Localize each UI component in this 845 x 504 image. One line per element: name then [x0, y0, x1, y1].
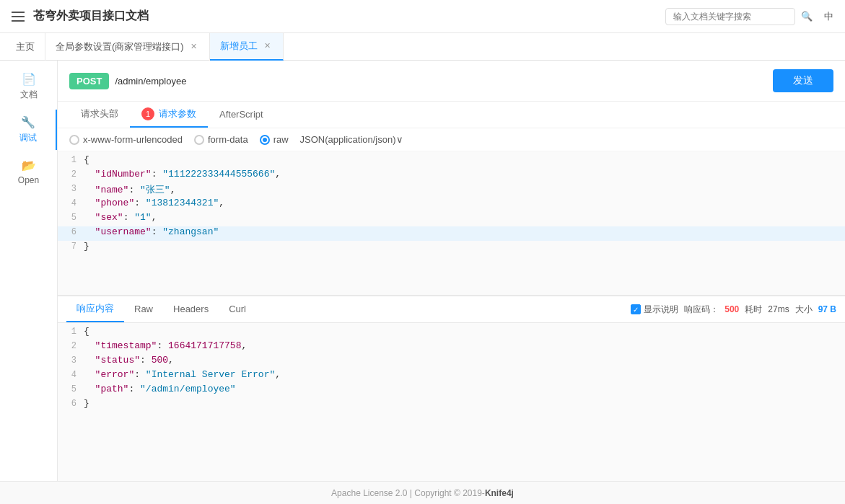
tab-new-employee[interactable]: 新增员工 ✕: [210, 33, 284, 61]
body-type-urlencoded[interactable]: x-www-form-urlencoded: [69, 134, 183, 145]
tab-afterscript-label: AfterScript: [219, 109, 263, 120]
resp-headers-label: Headers: [173, 304, 209, 314]
tab-request-headers-label: 请求头部: [81, 107, 118, 120]
response-section: 响应内容 Raw Headers Curl ✓ 显示说明 响应码：: [58, 296, 845, 481]
resp-code-label: 响应码：: [684, 304, 719, 316]
urlencoded-label: x-www-form-urlencoded: [83, 134, 183, 145]
api-url: /admin/employee: [115, 76, 767, 87]
resp-raw-label: Raw: [134, 304, 153, 314]
show-desc-checkbox: ✓: [631, 304, 641, 314]
tab-request-headers[interactable]: 请求头部: [69, 102, 130, 128]
resp-size-value: 97 B: [818, 304, 836, 314]
resp-line-6: 6 }: [58, 398, 845, 412]
tab-global-params-close[interactable]: ✕: [188, 41, 199, 52]
method-badge: POST: [69, 73, 109, 89]
resp-tab-raw[interactable]: Raw: [124, 298, 163, 322]
app-title: 苍穹外卖项目接口文档: [33, 9, 665, 24]
params-badge: 1: [141, 107, 154, 120]
raw-label: raw: [273, 134, 289, 145]
content-area: POST /admin/employee 发送 请求头部 1 请求参数 Afte…: [58, 61, 845, 481]
radio-formdata: [194, 135, 204, 145]
sidebar: 📄 文档 🔧 调试 📂 Open: [0, 61, 58, 481]
resp-size-label: 大小: [795, 304, 813, 316]
resp-line-3: 3 "status": 500,: [58, 355, 845, 369]
debug-icon: 🔧: [21, 115, 35, 129]
radio-urlencoded: [69, 135, 79, 145]
request-body-editor[interactable]: 1 { 2 "idNumber": "111222333444555666", …: [58, 151, 845, 296]
resp-line-5: 5 "path": "/admin/employee": [58, 384, 845, 398]
sidebar-item-open-label: Open: [18, 175, 39, 185]
response-meta: ✓ 显示说明 响应码： 500 耗时 27ms 大小 97 B: [631, 304, 836, 316]
show-desc-label: 显示说明: [644, 304, 678, 316]
code-line-5: 5 "sex": "1",: [58, 212, 845, 226]
response-tabs-bar: 响应内容 Raw Headers Curl ✓ 显示说明 响应码：: [58, 296, 845, 323]
resp-tab-content[interactable]: 响应内容: [66, 296, 124, 322]
resp-code-value: 500: [724, 304, 739, 314]
radio-raw: [260, 135, 270, 145]
search-input[interactable]: [665, 8, 795, 25]
tab-home-label: 主页: [16, 40, 35, 53]
code-line-2: 2 "idNumber": "111222333444555666",: [58, 169, 845, 183]
api-header: POST /admin/employee 发送: [58, 61, 845, 102]
code-line-7: 7 }: [58, 241, 845, 255]
resp-time-label: 耗时: [745, 304, 762, 316]
resp-tab-curl[interactable]: Curl: [219, 298, 256, 322]
resp-line-2: 2 "timestamp": 1664171717758,: [58, 340, 845, 355]
resp-line-4: 4 "error": "Internal Server Error",: [58, 369, 845, 384]
resp-line-1: 1 {: [58, 326, 845, 340]
send-button[interactable]: 发送: [773, 69, 833, 92]
request-tabs: 请求头部 1 请求参数 AfterScript: [58, 102, 845, 128]
tab-global-params-label: 全局参数设置(商家管理端接口): [56, 40, 184, 53]
sidebar-item-doc[interactable]: 📄 文档: [0, 66, 57, 107]
resp-tab-headers[interactable]: Headers: [163, 298, 219, 322]
main-layout: 📄 文档 🔧 调试 📂 Open POST /admin/employee 发送…: [0, 61, 845, 481]
tab-request-params-label: 请求参数: [159, 107, 196, 120]
search-area: 🔍 中: [665, 8, 833, 25]
tab-global-params[interactable]: 全局参数设置(商家管理端接口) ✕: [45, 33, 210, 61]
tab-request-params[interactable]: 1 请求参数: [130, 102, 208, 128]
search-icon[interactable]: 🔍: [801, 11, 813, 22]
topbar: 苍穹外卖项目接口文档 🔍 中: [0, 0, 845, 33]
lang-switch[interactable]: 中: [824, 10, 833, 23]
footer-text: Apache License 2.0 | Copyright © 2019-Kn…: [331, 488, 514, 498]
sidebar-item-open[interactable]: 📂 Open: [0, 153, 57, 191]
show-desc-toggle[interactable]: ✓ 显示说明: [631, 304, 678, 316]
tab-new-employee-label: 新增员工: [220, 40, 258, 53]
json-type-selector[interactable]: JSON(application/json)∨: [300, 134, 403, 145]
sidebar-item-debug-label: 调试: [19, 132, 37, 144]
tab-bar: 主页 全局参数设置(商家管理端接口) ✕ 新增员工 ✕: [0, 33, 845, 61]
resp-content-label: 响应内容: [76, 303, 114, 314]
sidebar-item-doc-label: 文档: [20, 89, 38, 101]
resp-curl-label: Curl: [229, 304, 246, 314]
code-line-1: 1 {: [58, 154, 845, 169]
menu-icon[interactable]: [12, 12, 25, 22]
response-body: 1 { 2 "timestamp": 1664171717758, 3 "sta…: [58, 323, 845, 481]
tab-afterscript[interactable]: AfterScript: [208, 103, 275, 127]
body-type-raw[interactable]: raw: [260, 134, 289, 145]
open-icon: 📂: [22, 159, 36, 172]
code-line-3: 3 "name": "张三",: [58, 183, 845, 198]
sidebar-item-debug[interactable]: 🔧 调试: [0, 110, 57, 150]
doc-icon: 📄: [22, 72, 36, 86]
body-type-row: x-www-form-urlencoded form-data raw JSON…: [58, 128, 845, 151]
formdata-label: form-data: [208, 134, 248, 145]
footer: Apache License 2.0 | Copyright © 2019-Kn…: [0, 481, 845, 504]
body-type-formdata[interactable]: form-data: [194, 134, 248, 145]
code-line-6: 6 "username": "zhangsan": [58, 226, 845, 241]
tab-home[interactable]: 主页: [6, 33, 45, 61]
code-line-4: 4 "phone": "13812344321",: [58, 198, 845, 212]
tab-new-employee-close[interactable]: ✕: [262, 40, 273, 51]
resp-time-value: 27ms: [768, 304, 789, 314]
